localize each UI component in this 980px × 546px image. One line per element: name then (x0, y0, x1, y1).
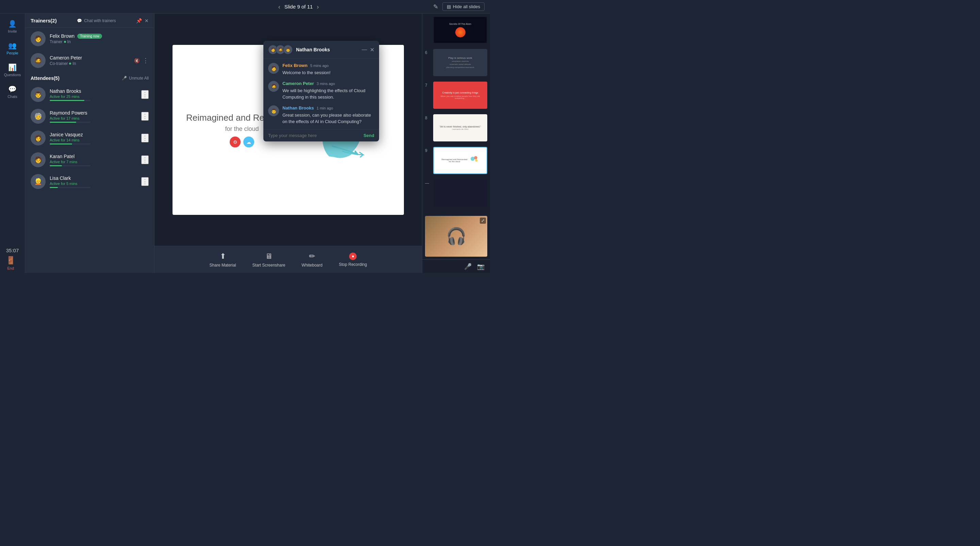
hide-slides-button[interactable]: ▤ Hide all slides (442, 2, 485, 11)
slide-num-10: — (425, 181, 430, 186)
progress-bar-raymond (50, 122, 76, 123)
stop-recording-button[interactable]: ■ Stop Recording (339, 252, 367, 267)
attendee-item-nathan[interactable]: 👨 Nathan Brooks Active for 25 mins ⋮ (25, 84, 154, 105)
progress-bar-container-janice (50, 143, 91, 144)
logo-1: ⚙ (230, 136, 240, 148)
chat-trainers-icon: 💬 (77, 18, 82, 23)
chat-close-button[interactable]: ✕ (370, 46, 374, 53)
whiteboard-button[interactable]: ✏ Whiteboard (301, 252, 322, 268)
video-expand[interactable]: ⤢ (480, 217, 486, 224)
chat-popup-actions: — ✕ (362, 46, 374, 53)
chat-message-cameron: 🧔 Cameron Peter 3 mins ago We will be hi… (268, 81, 374, 101)
progress-bar-karan (50, 165, 62, 166)
status-dot-cameron (69, 63, 71, 65)
share-material-label: Share Material (210, 263, 236, 268)
chat-msg-body-nathan: Nathan Brooks 1 min ago Great session, c… (282, 105, 374, 125)
slide-thumbnail-9-active[interactable]: Reimagined and Reinventedfor the cloud (433, 147, 487, 174)
menu-button-karan[interactable]: ⋮ (141, 156, 149, 164)
attendee-item-raymond[interactable]: 🧓 Raymond Powers Active for 17 mins ⋮ (25, 105, 154, 127)
chat-popup-avatars: 🧑 🧔 👨 (268, 45, 293, 54)
video-feed-inner: 🎧 (425, 216, 487, 257)
video-controls: 🎤 📷 (422, 259, 490, 273)
menu-button-cameron[interactable]: ⋮ (143, 57, 149, 64)
slide-thumbnail-row-6: 6 Play is serious worksimulation stamina… (422, 46, 490, 79)
chat-msg-time-cameron: 3 mins ago (317, 82, 335, 86)
chat-input[interactable] (268, 133, 360, 138)
menu-button-lisa[interactable]: ⋮ (141, 177, 149, 186)
slide-thumbnail-5[interactable]: Secrets Of The Atom (433, 16, 487, 43)
chat-msg-time-nathan: 1 min ago (317, 106, 333, 110)
session-timer: 35:07 (6, 248, 19, 253)
slide-thumbnail-7[interactable]: Creativity is just connecting things Whe… (433, 82, 487, 109)
menu-button-nathan[interactable]: ⋮ (141, 90, 149, 99)
slide-thumbnail-10[interactable] (433, 179, 487, 207)
pin-button[interactable]: 📌 (136, 18, 142, 24)
attendee-info-raymond: Raymond Powers Active for 17 mins (50, 110, 137, 123)
attendee-item-janice[interactable]: 👩 Janice Vasquez Active for 14 mins ⋮ (25, 127, 154, 149)
slide-navigation: ‹ Slide 9 of 11 › (278, 4, 319, 10)
mic-toggle-button[interactable]: 🎤 (464, 263, 472, 270)
start-screenshare-button[interactable]: 🖥 Start Screenshare (253, 252, 285, 268)
training-badge: Training now (77, 34, 102, 39)
end-button[interactable]: 🚪 End (6, 256, 15, 270)
prev-slide-button[interactable]: ‹ (278, 4, 280, 10)
chat-msg-name-felix: Felix Brown (282, 63, 308, 68)
menu-button-janice[interactable]: ⋮ (141, 133, 149, 143)
chat-popup-header: 🧑 🧔 👨 Nathan Brooks — ✕ (263, 41, 379, 59)
top-bar: ‹ Slide 9 of 11 › ✎ ▤ Hide all slides (0, 0, 490, 14)
attendee-item-karan[interactable]: 🧑 Karan Patel Active for 7 mins ⋮ (25, 149, 154, 171)
chat-trainers-button[interactable]: 💬 Chat with trainers (77, 18, 116, 23)
chat-minimize-button[interactable]: — (362, 46, 367, 53)
menu-button-raymond[interactable]: ⋮ (141, 112, 149, 121)
slide-num-9: 9 (425, 148, 430, 153)
sidebar-item-chats[interactable]: 💬 Chats (0, 82, 25, 102)
slide-thumbnail-6[interactable]: Play is serious worksimulation staminama… (433, 49, 487, 76)
sidebar-item-people[interactable]: 👥 People (0, 38, 25, 59)
slide-thumbnail-row-5: Secrets Of The Atom (422, 14, 490, 46)
camera-toggle-button[interactable]: 📷 (477, 263, 485, 270)
progress-bar-lisa (50, 187, 58, 188)
people-icon: 👥 (8, 41, 17, 50)
video-feed: 🎧 ⤢ (425, 216, 487, 257)
attendee-item-lisa[interactable]: 👱 Lisa Clark Active for 5 mins ⋮ (25, 171, 154, 192)
edit-button[interactable]: ✎ (433, 3, 438, 11)
progress-bar-container-lisa (50, 187, 91, 188)
panel-header: Trainers(2) 💬 Chat with trainers 📌 ✕ (25, 14, 154, 28)
unmute-label: Unmute All (129, 76, 149, 81)
chat-msg-text-cameron: We will be highlighting the effects of C… (282, 87, 374, 101)
svg-point-15 (474, 156, 478, 159)
slide-thumbnail-8[interactable]: "Art is never finished, only abandoned."… (433, 114, 487, 141)
slide-num-6: 6 (425, 50, 430, 55)
mute-button-cameron[interactable]: 🔇 (134, 57, 140, 64)
chat-input-area: Send (263, 129, 379, 141)
attendee-name-nathan: Nathan Brooks (50, 88, 137, 94)
chat-msg-avatar-nathan: 👨 (268, 105, 279, 116)
avatar-lisa: 👱 (30, 174, 46, 189)
avatar-nathan: 👨 (30, 87, 46, 102)
close-panel-button[interactable]: ✕ (145, 18, 149, 24)
secrets-title: Secrets Of The Atom (449, 22, 471, 25)
share-material-button[interactable]: ⬆ Share Material (210, 252, 236, 268)
logo-2: ☁ (243, 136, 254, 148)
avatar-felix: 🧑 (30, 31, 46, 46)
trainer-info-cameron: Cameron Peter Co-trainer In (50, 55, 130, 66)
slide-thumbnail-row-7: 7 Creativity is just connecting things W… (422, 79, 490, 111)
sidebar-item-invite[interactable]: 👤 Invite (0, 16, 25, 37)
next-slide-button[interactable]: › (317, 4, 319, 10)
attendees-title: Attendees(5) (30, 76, 60, 81)
screenshare-label: Start Screenshare (253, 263, 285, 268)
trainer-item-felix[interactable]: 🧑 Felix Brown Training now Trainer In (25, 28, 154, 50)
chat-msg-body-felix: Felix Brown 5 mins ago Welcome to the se… (282, 63, 374, 76)
chat-msg-header-cameron: Cameron Peter 3 mins ago (282, 81, 374, 86)
chat-avatar-sm-3: 👨 (283, 45, 293, 54)
sidebar-item-questions[interactable]: 📊 Questions (0, 60, 25, 80)
chat-msg-name-nathan: Nathan Brooks (282, 105, 314, 111)
trainer-item-cameron[interactable]: 🧔 Cameron Peter Co-trainer In 🔇 ⋮ (25, 50, 154, 71)
sidebar-item-label-people: People (6, 51, 18, 55)
left-nav: 👤 Invite 👥 People 📊 Questions 💬 Chats 35… (0, 14, 25, 273)
whiteboard-icon: ✏ (309, 252, 315, 261)
share-material-icon: ⬆ (220, 252, 226, 261)
send-button[interactable]: Send (363, 133, 374, 138)
unmute-all-button[interactable]: 🎤 Unmute All (122, 76, 149, 81)
attendee-status-raymond: Active for 17 mins (50, 116, 137, 121)
